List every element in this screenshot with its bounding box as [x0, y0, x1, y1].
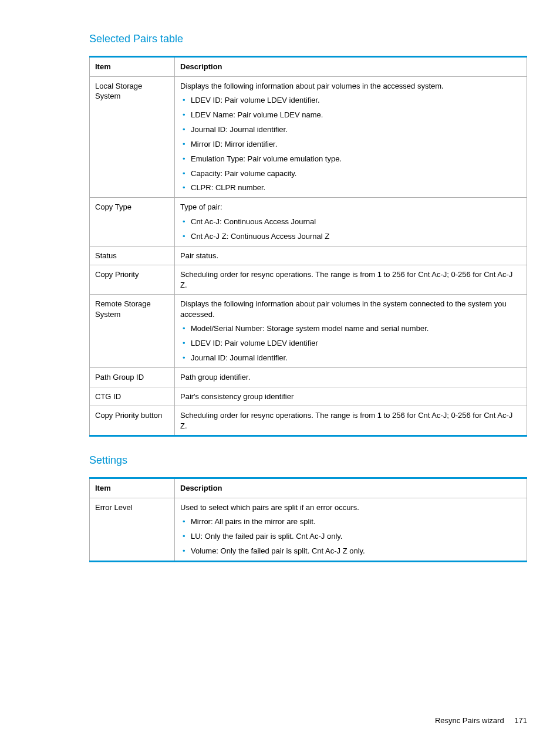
list-item: Cnt Ac-J: Continuous Access Journal: [180, 217, 521, 227]
table-header-row: Item Description: [90, 57, 527, 77]
table-row: CTG ID Pair's consistency group identifi…: [90, 387, 527, 406]
bullet-list: LDEV ID: Pair volume LDEV identifier. LD…: [180, 96, 521, 193]
item-cell: Error Level: [90, 498, 175, 561]
bullet-list: Model/Serial Number: Storage system mode…: [180, 324, 521, 363]
desc-lead: Displays the following information about…: [180, 299, 507, 319]
bullet-list: Cnt Ac-J: Continuous Access Journal Cnt …: [180, 217, 521, 242]
list-item: Model/Serial Number: Storage system mode…: [180, 324, 521, 334]
list-item: Journal ID: Journal identifier.: [180, 353, 521, 363]
desc-cell: Displays the following information about…: [175, 295, 527, 368]
table-row: Copy Type Type of pair: Cnt Ac-J: Contin…: [90, 198, 527, 246]
desc-lead: Type of pair:: [180, 202, 222, 211]
list-item: Emulation Type: Pair volume emulation ty…: [180, 154, 521, 164]
desc-lead: Used to select which pairs are split if …: [180, 503, 359, 512]
item-cell: Copy Priority button: [90, 406, 175, 436]
col-header-item: Item: [90, 478, 175, 498]
desc-cell: Scheduling order for resync operations. …: [175, 265, 527, 295]
desc-cell: Path group identifier.: [175, 368, 527, 387]
list-item: LDEV ID: Pair volume LDEV identifier: [180, 339, 521, 349]
desc-cell: Pair status.: [175, 246, 527, 265]
list-item: Mirror: All pairs in the mirror are spli…: [180, 517, 521, 527]
list-item: Capacity: Pair volume capacity.: [180, 169, 521, 179]
item-cell: Status: [90, 246, 175, 265]
item-cell: CTG ID: [90, 387, 175, 406]
table-row: Copy Priority button Scheduling order fo…: [90, 406, 527, 436]
bullet-list: Mirror: All pairs in the mirror are spli…: [180, 517, 521, 556]
list-item: CLPR: CLPR number.: [180, 183, 521, 193]
col-header-description: Description: [175, 57, 527, 77]
page-footer: Resync Pairs wizard 171: [435, 716, 527, 725]
table-row: Status Pair status.: [90, 246, 527, 265]
list-item: Volume: Only the failed pair is split. C…: [180, 546, 521, 556]
col-header-description: Description: [175, 478, 527, 498]
page-number: 171: [514, 716, 527, 725]
selected-pairs-heading: Selected Pairs table: [89, 33, 527, 45]
desc-cell: Type of pair: Cnt Ac-J: Continuous Acces…: [175, 198, 527, 246]
table-row: Path Group ID Path group identifier.: [90, 368, 527, 387]
page-content: Selected Pairs table Item Description Lo…: [89, 33, 527, 562]
col-header-item: Item: [90, 57, 175, 77]
table-row: Local Storage System Displays the follow…: [90, 76, 527, 198]
desc-cell: Used to select which pairs are split if …: [175, 498, 527, 561]
item-cell: Path Group ID: [90, 368, 175, 387]
desc-lead: Displays the following information about…: [180, 82, 444, 90]
table-header-row: Item Description: [90, 478, 527, 498]
settings-heading: Settings: [89, 454, 527, 467]
item-cell: Copy Priority: [90, 265, 175, 295]
list-item: Mirror ID: Mirror identifier.: [180, 140, 521, 150]
table-row: Error Level Used to select which pairs a…: [90, 498, 527, 561]
selected-pairs-table: Item Description Local Storage System Di…: [89, 56, 527, 437]
settings-table: Item Description Error Level Used to sel…: [89, 477, 527, 562]
item-cell: Local Storage System: [90, 76, 175, 198]
desc-cell: Pair's consistency group identifier: [175, 387, 527, 406]
list-item: LU: Only the failed pair is split. Cnt A…: [180, 532, 521, 542]
table-row: Remote Storage System Displays the follo…: [90, 295, 527, 368]
list-item: Cnt Ac-J Z: Continuous Access Journal Z: [180, 232, 521, 242]
desc-cell: Displays the following information about…: [175, 76, 527, 198]
list-item: LDEV ID: Pair volume LDEV identifier.: [180, 96, 521, 106]
footer-text: Resync Pairs wizard: [435, 716, 504, 725]
list-item: LDEV Name: Pair volume LDEV name.: [180, 110, 521, 120]
item-cell: Copy Type: [90, 198, 175, 246]
desc-cell: Scheduling order for resync operations. …: [175, 406, 527, 436]
list-item: Journal ID: Journal identifier.: [180, 125, 521, 135]
item-cell: Remote Storage System: [90, 295, 175, 368]
table-row: Copy Priority Scheduling order for resyn…: [90, 265, 527, 295]
